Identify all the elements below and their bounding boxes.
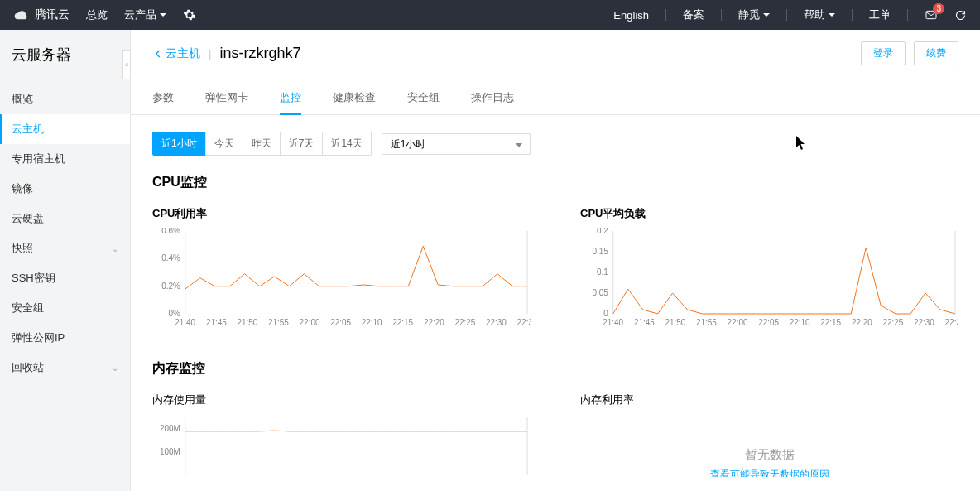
sidebar: 云服务器 « 概览云主机专用宿主机镜像云硬盘快照⌄SSH密钥安全组弹性公网IP回… <box>0 30 131 491</box>
renew-button[interactable]: 续费 <box>914 41 958 65</box>
sidebar-item-label: 回收站 <box>12 360 44 375</box>
svg-text:21:45: 21:45 <box>206 318 227 327</box>
timefilter-btn-3[interactable]: 近7天 <box>280 132 324 156</box>
tab-2[interactable]: 监控 <box>280 82 301 115</box>
svg-text:200M: 200M <box>160 424 180 433</box>
svg-text:0.6%: 0.6% <box>161 228 180 235</box>
svg-text:21:40: 21:40 <box>175 318 195 327</box>
chart-label: CPU利用率 <box>152 206 531 221</box>
svg-text:22:10: 22:10 <box>790 318 810 327</box>
sidebar-item-9[interactable]: 回收站⌄ <box>0 353 130 383</box>
nodata-text: 暂无数据 <box>580 447 958 463</box>
sidebar-item-label: 快照 <box>12 241 33 256</box>
sidebar-item-label: 概览 <box>12 92 33 107</box>
timefilter-btn-1[interactable]: 今天 <box>205 132 243 156</box>
svg-text:22:15: 22:15 <box>820 318 841 327</box>
chevron-down-icon <box>763 13 770 17</box>
chevron-down-icon <box>829 13 835 17</box>
chevron-down-icon <box>160 13 166 17</box>
svg-text:22:25: 22:25 <box>454 318 475 327</box>
tabs: 参数弹性网卡监控健康检查安全组操作日志 <box>131 82 980 115</box>
svg-text:0.15: 0.15 <box>592 247 608 256</box>
nav-lang[interactable]: English <box>613 9 649 22</box>
sidebar-item-6[interactable]: SSH密钥 <box>0 263 130 293</box>
chart-label: 内存使用量 <box>152 392 531 407</box>
sidebar-item-3[interactable]: 镜像 <box>0 174 130 204</box>
refresh-icon[interactable] <box>954 9 967 22</box>
sidebar-item-0[interactable]: 概览 <box>0 84 130 114</box>
sidebar-item-2[interactable]: 专用宿主机 <box>0 144 130 174</box>
svg-text:21:40: 21:40 <box>603 318 623 327</box>
nodata-block: 暂无数据 查看可能导致无数据的原因 <box>580 414 958 477</box>
nav-products[interactable]: 云产品 <box>124 7 166 22</box>
chart-label: CPU平均负载 <box>580 206 958 221</box>
tab-3[interactable]: 健康检查 <box>333 82 376 114</box>
svg-text:0%: 0% <box>168 309 180 318</box>
sidebar-collapse[interactable]: « <box>122 50 131 79</box>
sidebar-item-label: 云主机 <box>12 122 44 137</box>
svg-text:21:45: 21:45 <box>634 318 655 327</box>
svg-text:100M: 100M <box>160 447 180 456</box>
nav-ticket[interactable]: 工单 <box>869 7 891 22</box>
svg-text:0.2%: 0.2% <box>161 282 180 291</box>
main-panel: 云主机 | ins-rzkrghk7 登录 续费 参数弹性网卡监控健康检查安全组… <box>131 30 980 491</box>
topnav-left: 腾讯云 总览 云产品 <box>13 7 196 23</box>
time-range-select[interactable]: 近1小时 <box>382 133 531 155</box>
svg-text:22:00: 22:00 <box>300 318 320 327</box>
nav-help[interactable]: 帮助 <box>804 7 835 22</box>
topnav-right: English 备案 静觅 帮助 工单 3 <box>613 7 967 22</box>
timefilter-btn-0[interactable]: 近1小时 <box>152 132 206 156</box>
sidebar-item-4[interactable]: 云硬盘 <box>0 204 130 233</box>
tab-1[interactable]: 弹性网卡 <box>205 82 248 114</box>
instance-id: ins-rzkrghk7 <box>219 45 300 62</box>
sidebar-item-label: 镜像 <box>12 181 33 196</box>
page-header: 云主机 | ins-rzkrghk7 登录 续费 <box>131 30 980 72</box>
login-button[interactable]: 登录 <box>861 41 906 65</box>
svg-text:21:55: 21:55 <box>696 318 717 327</box>
sidebar-item-label: 专用宿主机 <box>12 152 65 166</box>
cpu-section-title: CPU监控 <box>152 174 958 191</box>
nav-beian[interactable]: 备案 <box>683 7 704 22</box>
chart-mem-util: 内存利用率 暂无数据 查看可能导致无数据的原因 <box>580 392 958 477</box>
svg-text:21:50: 21:50 <box>237 318 257 327</box>
chart-cpu-util: CPU利用率 0%0.2%0.4%0.6%21:4021:4521:5021:5… <box>152 206 531 327</box>
tab-4[interactable]: 安全组 <box>407 82 440 114</box>
tab-5[interactable]: 操作日志 <box>471 82 514 114</box>
cloud-icon <box>13 7 30 23</box>
svg-text:21:50: 21:50 <box>665 318 685 327</box>
nav-overview[interactable]: 总览 <box>86 7 108 22</box>
svg-text:0.4%: 0.4% <box>161 253 180 262</box>
breadcrumb-sep: | <box>209 47 211 60</box>
settings-icon[interactable] <box>183 8 196 22</box>
messages-icon[interactable]: 3 <box>925 8 938 22</box>
sidebar-item-1[interactable]: 云主机 <box>0 114 130 144</box>
brand-logo[interactable]: 腾讯云 <box>13 7 70 23</box>
chart-label: 内存利用率 <box>580 392 958 407</box>
sidebar-item-5[interactable]: 快照⌄ <box>0 233 130 263</box>
svg-text:22:35: 22:35 <box>517 318 531 327</box>
svg-text:22:00: 22:00 <box>728 318 748 327</box>
nodata-link[interactable]: 查看可能导致无数据的原因 <box>710 469 829 477</box>
timefilter-btn-2[interactable]: 昨天 <box>243 132 281 156</box>
sidebar-list: 概览云主机专用宿主机镜像云硬盘快照⌄SSH密钥安全组弹性公网IP回收站⌄ <box>0 76 130 383</box>
header-buttons: 登录 续费 <box>861 41 958 65</box>
svg-text:22:30: 22:30 <box>914 318 934 327</box>
back-link[interactable]: 云主机 <box>152 46 200 61</box>
sidebar-item-7[interactable]: 安全组 <box>0 293 130 323</box>
content: 近1小时今天昨天近7天近14天 近1小时 CPU监控 CPU利用率 0%0.2%… <box>131 115 980 477</box>
svg-text:22:35: 22:35 <box>945 318 958 327</box>
sidebar-item-label: 弹性公网IP <box>12 330 65 345</box>
svg-text:22:30: 22:30 <box>486 318 507 327</box>
nav-user[interactable]: 静觅 <box>738 7 770 22</box>
breadcrumb: 云主机 | ins-rzkrghk7 <box>152 45 300 62</box>
tab-0[interactable]: 参数 <box>152 82 174 114</box>
svg-text:22:15: 22:15 <box>392 318 413 327</box>
timefilter-btn-4[interactable]: 近14天 <box>322 132 371 156</box>
mem-section-title: 内存监控 <box>152 360 958 378</box>
svg-text:0: 0 <box>603 309 608 318</box>
chevron-down-icon: ⌄ <box>112 363 118 373</box>
sidebar-item-label: 安全组 <box>12 301 44 315</box>
svg-text:22:05: 22:05 <box>758 318 779 327</box>
svg-text:22:20: 22:20 <box>852 318 872 327</box>
sidebar-item-8[interactable]: 弹性公网IP <box>0 323 130 353</box>
